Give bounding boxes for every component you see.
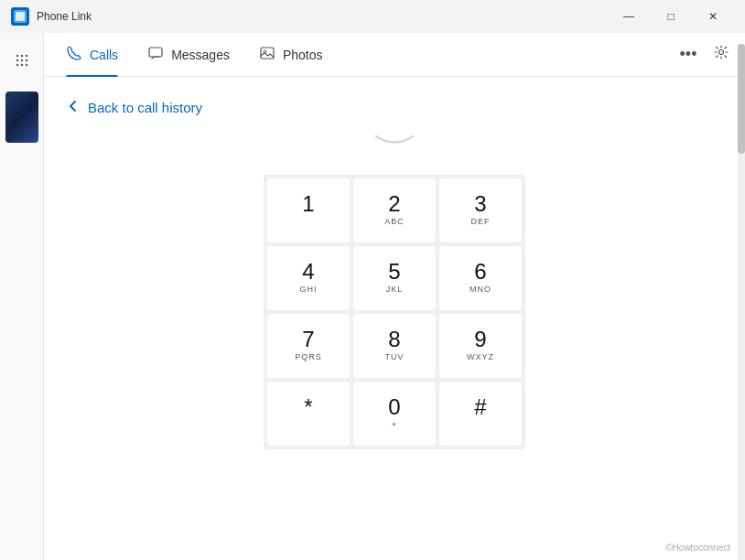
settings-button[interactable] (705, 38, 738, 71)
app-icon (11, 7, 29, 26)
dialpad-key-9-letters: WXYZ (467, 352, 494, 363)
phone-thumbnail (5, 92, 38, 143)
tab-calls[interactable]: Calls (51, 33, 133, 77)
svg-rect-12 (149, 48, 162, 57)
dialpad-key-6[interactable]: 6MNO (439, 246, 522, 310)
dialpad-key-*[interactable]: * (267, 382, 350, 446)
svg-point-11 (25, 64, 27, 66)
dialpad-key-6-letters: MNO (470, 285, 491, 296)
tab-messages[interactable]: Messages (133, 33, 244, 77)
dialpad-key-#[interactable]: # (439, 382, 522, 446)
dialpad-key-9[interactable]: 9WXYZ (439, 314, 522, 378)
dialpad-key-5[interactable]: 5JKL (353, 246, 436, 310)
svg-point-8 (25, 59, 27, 61)
scrollbar-track (738, 44, 745, 560)
svg-point-7 (20, 59, 22, 61)
dialpad-key-3[interactable]: 3DEF (439, 178, 522, 242)
dialpad-key-0-number: 0 (388, 396, 400, 418)
messages-icon (147, 45, 164, 65)
dialpad: 12ABC3DEF4GHI5JKL6MNO7PQRS8TUV9WXYZ*0+# (264, 175, 525, 449)
scrollbar-thumb[interactable] (738, 44, 745, 154)
dialpad-key-#-number: # (474, 396, 486, 418)
dialpad-key-2-letters: ABC (384, 217, 405, 228)
dialpad-key-2[interactable]: 2ABC (353, 178, 436, 242)
grid-icon (15, 53, 29, 68)
dialpad-key-4-number: 4 (302, 261, 314, 283)
dialpad-key-3-letters: DEF (471, 217, 491, 228)
dialpad-key-3-number: 3 (474, 193, 486, 215)
dialpad-key-5-letters: JKL (386, 285, 404, 296)
dialpad-key-1[interactable]: 1 (267, 178, 350, 242)
dialpad-key-*-number: * (304, 396, 312, 418)
nav-tabs: Calls Messages (44, 33, 745, 77)
content-area: Calls Messages (44, 33, 745, 560)
close-button[interactable]: ✕ (692, 0, 734, 33)
svg-point-4 (20, 55, 22, 57)
dialpad-key-2-number: 2 (388, 193, 400, 215)
dialpad-key-8-number: 8 (388, 328, 400, 350)
svg-rect-2 (16, 12, 25, 21)
dialpad-key-7-number: 7 (302, 328, 314, 350)
dialpad-key-8[interactable]: 8TUV (353, 314, 436, 378)
expand-sidebar-button[interactable] (5, 44, 38, 77)
gear-icon (713, 44, 729, 65)
page-content: Back to call history 12ABC3DEF4GHI5JKL6M… (44, 77, 745, 560)
title-bar: Phone Link — □ ✕ (0, 0, 745, 33)
svg-point-10 (20, 64, 22, 66)
photos-label: Photos (283, 48, 323, 62)
tab-photos[interactable]: Photos (244, 33, 338, 77)
dialpad-key-8-letters: TUV (385, 352, 405, 363)
svg-rect-13 (261, 48, 274, 59)
dial-display (44, 131, 745, 153)
watermark: ©Howtoconnect (665, 543, 730, 553)
sidebar-toggle (0, 33, 44, 560)
dialpad-key-4-letters: GHI (299, 285, 317, 296)
svg-point-6 (16, 59, 17, 61)
more-options-button[interactable]: ••• (672, 38, 705, 71)
svg-point-3 (16, 55, 17, 57)
svg-point-5 (25, 55, 27, 57)
dialpad-key-1-number: 1 (302, 193, 314, 215)
svg-point-15 (719, 50, 724, 55)
dialpad-key-7[interactable]: 7PQRS (267, 314, 350, 378)
app-body: Calls Messages (0, 33, 745, 560)
back-label: Back to call history (88, 100, 202, 115)
app-title: Phone Link (37, 10, 608, 23)
minimize-button[interactable]: — (608, 0, 650, 33)
calls-icon (66, 45, 82, 65)
dialpad-key-0-letters: + (392, 420, 397, 431)
dialpad-key-4[interactable]: 4GHI (267, 246, 350, 310)
messages-label: Messages (171, 48, 230, 62)
dialpad-key-7-letters: PQRS (295, 352, 322, 363)
dropdown-arrow[interactable] (367, 131, 422, 153)
dialpad-key-9-number: 9 (474, 328, 486, 350)
dialpad-key-6-number: 6 (474, 261, 486, 283)
photos-icon (259, 45, 275, 65)
back-arrow-icon (66, 99, 81, 116)
more-icon: ••• (680, 45, 697, 64)
window-controls: — □ ✕ (608, 0, 734, 33)
dialpad-key-0[interactable]: 0+ (353, 382, 436, 446)
svg-point-9 (16, 64, 17, 66)
dialpad-key-5-number: 5 (388, 261, 400, 283)
maximize-button[interactable]: □ (650, 0, 692, 33)
calls-label: Calls (90, 48, 118, 62)
back-to-call-history-button[interactable]: Back to call history (62, 92, 206, 124)
